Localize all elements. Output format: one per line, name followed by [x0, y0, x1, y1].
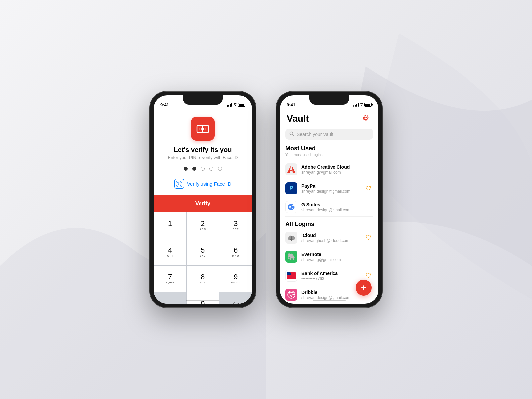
most-used-title: Most Used [285, 145, 373, 152]
left-phone: 9:41 ∇ [150, 91, 256, 308]
home-indicator [186, 300, 219, 301]
numpad-key-3[interactable]: 3 DEF [219, 212, 252, 239]
signal-icon-right [353, 103, 359, 107]
paypal-logo: P [285, 182, 297, 194]
numpad-key-7[interactable]: 7 PQRS [154, 266, 186, 292]
icloud-shield: 🛡 [364, 233, 373, 242]
icloud-email: shreyanghosh@icloud.com [301, 238, 364, 243]
gsuites-info: G Suites shreyan.design@gmail.com [301, 202, 373, 212]
app-icon [191, 117, 215, 141]
icloud-logo [285, 232, 297, 244]
numpad-key-2[interactable]: 2 ABC [187, 212, 219, 239]
boa-shield: 🛡 [364, 271, 373, 280]
pin-dot-4 [209, 167, 213, 171]
verify-button[interactable]: Verify [154, 195, 252, 212]
battery-icon [238, 103, 245, 107]
all-logins-title: All Logins [285, 221, 373, 228]
boa-info: Bank of America ••••••••••7763 [301, 271, 364, 281]
notch-right [309, 95, 349, 105]
svg-line-17 [293, 135, 294, 136]
home-indicator-right [313, 300, 346, 301]
faceid-label: Verify using Face ID [187, 181, 231, 187]
wifi-icon-right: ∇ [360, 103, 363, 107]
dribble-email: shreyan.design@gmail.com [301, 295, 373, 300]
dribble-logo [285, 289, 297, 301]
gsuites-email: shreyan.design@gmail.com [301, 208, 373, 212]
list-item-adobe[interactable]: Adobe Creative Cloud shreyan.g@gmail.com [285, 160, 373, 179]
vault-search-bar[interactable]: Search your Vault [285, 129, 373, 140]
boa-name: Bank of America [301, 271, 364, 276]
evernote-logo: 🐘 [285, 251, 297, 263]
pin-subtitle: Enter your PIN or verify with Face ID [158, 155, 248, 160]
icloud-name: iCloud [301, 233, 364, 238]
wifi-icon: ∇ [234, 103, 236, 107]
icloud-info: iCloud shreyanghosh@icloud.com [301, 233, 364, 243]
vault-screen: Vault [280, 110, 378, 304]
signal-icon [227, 103, 233, 107]
right-phone: 9:41 ∇ Vault [276, 91, 382, 308]
status-icons-left: ∇ [227, 103, 246, 107]
numpad-key-8[interactable]: 8 TUV [187, 266, 219, 292]
notch [183, 95, 223, 105]
svg-text:G: G [288, 204, 292, 210]
svg-point-1 [201, 128, 204, 130]
numpad-key-empty [154, 292, 186, 304]
numpad-key-5[interactable]: 5 JKL [187, 239, 219, 265]
adobe-logo [285, 163, 297, 175]
time-left: 9:41 [160, 102, 169, 107]
boa-email: ••••••••••7763 [301, 276, 364, 281]
add-button[interactable]: + [356, 280, 372, 296]
faceid-button[interactable]: Verify using Face ID [174, 179, 231, 189]
search-placeholder: Search your Vault [297, 132, 333, 137]
pin-title: Let's verify its you [174, 146, 232, 154]
numpad-key-4[interactable]: 4 GHI [154, 239, 186, 265]
adobe-name: Adobe Creative Cloud [301, 164, 373, 170]
pin-dot-3 [201, 167, 205, 171]
adobe-info: Adobe Creative Cloud shreyan.g@gmail.com [301, 164, 373, 175]
search-icon [289, 131, 294, 137]
pin-dot-1 [184, 167, 188, 171]
svg-rect-8 [177, 185, 178, 186]
battery-icon-right [364, 103, 372, 107]
pin-screen: Let's verify its you Enter your PIN or v… [154, 110, 252, 304]
boa-logo [285, 270, 297, 282]
numpad-key-1[interactable]: 1 [154, 212, 186, 239]
gsuites-logo: G [285, 201, 297, 213]
most-used-subtitle: Your most used Logins [285, 153, 373, 157]
vault-header: Vault [280, 110, 378, 129]
paypal-name: PayPal [301, 183, 364, 189]
list-item-paypal[interactable]: P PayPal shreyan.design@gmail.com 🛡 [285, 179, 373, 198]
svg-rect-28 [287, 272, 291, 275]
status-icons-right: ∇ [353, 103, 372, 107]
pin-dot-2 [192, 167, 196, 171]
evernote-email: shreyan.g@gmail.com [301, 257, 373, 262]
svg-rect-6 [177, 181, 178, 182]
numpad-key-0[interactable]: 0 [187, 292, 219, 304]
svg-rect-9 [181, 185, 182, 186]
vault-title: Vault [287, 113, 309, 124]
paypal-shield: 🛡 [364, 184, 373, 193]
settings-button[interactable] [360, 113, 372, 125]
list-item-gsuites[interactable]: G G Suites shreyan.design@gmail.com [285, 198, 373, 217]
adobe-email: shreyan.g@gmail.com [301, 170, 373, 175]
pin-dot-5 [218, 167, 222, 171]
gsuites-name: G Suites [301, 202, 373, 207]
numpad: 1 2 ABC 3 DEF 4 GHI [154, 212, 252, 304]
numpad-key-6[interactable]: 6 MNO [219, 239, 252, 265]
list-item-evernote[interactable]: 🐘 Evernote shreyan.g@gmail.com [285, 247, 373, 266]
evernote-name: Evernote [301, 252, 373, 257]
numpad-key-backspace[interactable] [219, 292, 252, 304]
paypal-email: shreyan.design@gmail.com [301, 189, 364, 194]
evernote-info: Evernote shreyan.g@gmail.com [301, 252, 373, 262]
numpad-key-9[interactable]: 9 WXYZ [219, 266, 252, 292]
faceid-icon [174, 179, 184, 189]
time-right: 9:41 [287, 102, 295, 107]
paypal-info: PayPal shreyan.design@gmail.com [301, 183, 364, 194]
list-item-icloud[interactable]: iCloud shreyanghosh@icloud.com 🛡 [285, 228, 373, 247]
svg-rect-7 [181, 181, 182, 182]
pin-dots [184, 167, 222, 171]
